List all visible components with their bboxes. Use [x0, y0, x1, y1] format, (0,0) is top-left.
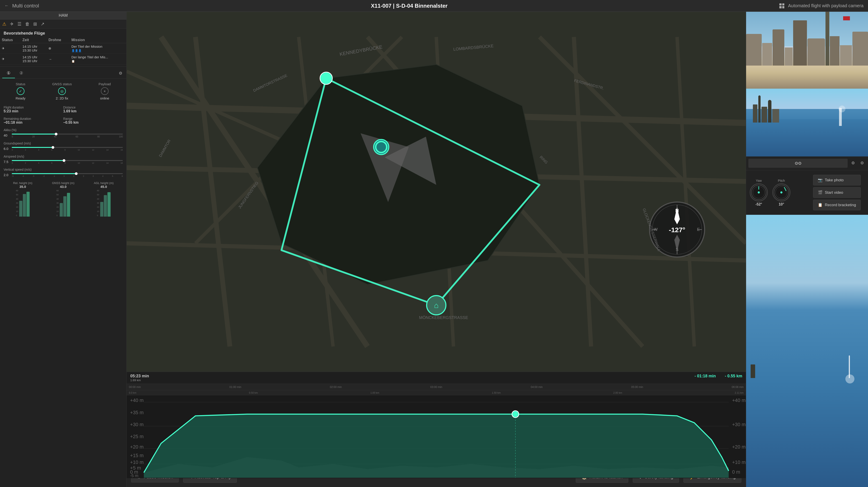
flight2-drone: →: [49, 57, 52, 61]
flight-row-2[interactable]: ✈ 14:15 Uhr15:30 Uhr → Der lange Titel d…: [0, 54, 126, 64]
record-bracketing-button[interactable]: 📋 Record bracketing: [813, 200, 861, 210]
yaw-dial[interactable]: [750, 183, 768, 201]
agl-height-value: 45.0: [100, 185, 107, 189]
airspeed-value: 7.5: [4, 160, 10, 164]
camera-label: Automated flight with payload camera: [788, 3, 864, 8]
tick-3: 03:00 min: [430, 386, 442, 389]
distance: Distance 1.69 km: [63, 104, 123, 115]
svg-point-71: [757, 191, 760, 193]
back-button[interactable]: ←: [4, 3, 9, 8]
flight2-icons: 📋: [71, 60, 75, 63]
rel-height: Rel. height (m) 35.0 6050403020100: [4, 181, 42, 217]
tab-gear[interactable]: ⚙: [117, 69, 124, 77]
camera-feed-top: [746, 12, 868, 89]
yaw-value: -52°: [755, 202, 762, 206]
svg-text:+35 m: +35 m: [130, 410, 144, 415]
top-bar-right: Automated flight with payload camera: [779, 3, 864, 8]
airspeed-scale: 0246810121416: [12, 162, 123, 164]
flight2-mission: Der lange Titel der Mis...: [71, 55, 108, 59]
airspeed-track[interactable]: [12, 160, 123, 161]
remaining-duration-value: −01:18 min: [4, 121, 63, 125]
start-video-button[interactable]: 🎬 Start video: [813, 187, 861, 198]
rel-height-label: Rel. height (m): [13, 181, 32, 185]
dist-tick-4: 2.00 km: [613, 391, 622, 394]
status-ready: Status ✓ Ready: [16, 82, 25, 100]
dist-tick-1: 0.50 km: [249, 391, 258, 394]
range: Range −0.55 km: [63, 115, 123, 126]
svg-marker-65: [144, 414, 729, 478]
timeline-distance-value: 1.69 km: [130, 379, 149, 382]
col-zeit: Zeit: [21, 37, 46, 43]
dist-tick-3: 1.50 km: [492, 391, 501, 394]
flight2-time1: 14:15 Uhr: [22, 55, 45, 59]
gnss-value: 2: 2D fix: [56, 96, 68, 100]
timeline-duration: 05:23 min 1.69 km: [130, 374, 149, 382]
svg-text:S: S: [676, 247, 679, 252]
svg-text:MÖNCKEBERGSTRASSE: MÖNCKEBERGSTRASSE: [419, 315, 468, 320]
gnss-height-label: GNSS height (m): [52, 181, 74, 185]
height-section: Rel. height (m) 35.0 6050403020100 GN: [0, 179, 126, 219]
svg-text:+20 m: +20 m: [732, 444, 746, 450]
map-svg: ⌂ N: [127, 12, 746, 372]
dist-tick-2: 1.00 km: [370, 391, 379, 394]
share-icon[interactable]: ↗: [41, 21, 44, 27]
gimbal-controls: Yaw -52° Pitch: [746, 170, 868, 215]
pitch-dial[interactable]: [772, 183, 790, 201]
groundspeed-scale: 0246810121416: [12, 149, 123, 151]
pitch-control: Pitch 10°: [772, 179, 790, 206]
status-icon: ✓: [17, 87, 24, 95]
record-bracketing-label: Record bracketing: [825, 203, 856, 207]
remaining-time-value: - 01:18 min: [694, 374, 716, 379]
svg-text:+10 m: +10 m: [130, 460, 144, 465]
map-container[interactable]: ⌂ N: [127, 12, 746, 372]
battery-track[interactable]: [12, 134, 123, 134]
cam-tab-vr[interactable]: ⊙⊙: [748, 159, 848, 168]
flight1-drone: ⊕: [49, 46, 51, 50]
tick-6: 06:08 min: [732, 386, 744, 389]
vertical-speed-track[interactable]: [12, 173, 123, 174]
svg-text:+40 m: +40 m: [732, 398, 746, 403]
tab-2[interactable]: ②: [15, 68, 28, 78]
payload-icon: ●: [101, 87, 108, 95]
dist-tick-5: 2.11 km: [735, 391, 744, 394]
svg-text:⌂: ⌂: [434, 301, 438, 310]
gnss-status: GNSS status ◎ 2: 2D fix: [52, 82, 72, 100]
battery-value: 40: [4, 133, 10, 137]
groundspeed-track[interactable]: [12, 147, 123, 148]
flight1-mission: Der Titel der Mission: [71, 44, 102, 48]
top-bar: ← Multi control X11-007 | S-D-04 Binnena…: [0, 0, 868, 12]
distance-label: Distance: [63, 106, 123, 109]
remaining-duration: Remaining duration −01:18 min: [4, 115, 63, 126]
take-photo-button[interactable]: 📷 Take photo: [813, 175, 861, 185]
flight2-status: ✈: [2, 57, 5, 61]
svg-point-21: [376, 141, 387, 153]
range-label: Range: [63, 117, 123, 121]
tab-1[interactable]: ①: [2, 68, 15, 78]
warning-icon[interactable]: ⚠: [2, 21, 6, 27]
col-status: Status: [0, 37, 21, 43]
flights-table: Status Zeit Drohne Mission ✈ 14:15 Uhr15…: [0, 37, 126, 64]
svg-point-18: [320, 72, 333, 85]
ham-label: HAM: [0, 12, 126, 20]
flight-row-1[interactable]: ✈ 14:15 Uhr15:30 Uhr ⊕ Der Titel der Mis…: [0, 43, 126, 54]
svg-text:-5 m: -5 m: [130, 473, 138, 478]
tick-0: 00:00 min: [129, 386, 141, 389]
cam-settings-1[interactable]: ⚙: [849, 159, 857, 168]
checklist-icon[interactable]: ☰: [18, 21, 22, 27]
flight-icon[interactable]: ✈: [10, 21, 14, 27]
pitch-value: 10°: [779, 202, 784, 206]
gnss-label: GNSS status: [52, 82, 72, 86]
flight2-time2: 15:30 Uhr: [22, 59, 45, 63]
tick-4: 04:00 min: [531, 386, 543, 389]
grid-icon[interactable]: [779, 3, 784, 8]
grid-view-icon[interactable]: ⊞: [33, 21, 37, 27]
yaw-control: Yaw -52°: [750, 179, 768, 206]
range-value: −0.55 km: [63, 121, 123, 125]
vertical-speed-value: 2.0: [4, 173, 10, 177]
tick-1: 01:00 min: [229, 386, 241, 389]
center-title: X11-007 | S-D-04 Binnenalster: [39, 3, 780, 9]
status-label: Status: [16, 82, 26, 86]
bracketing-icon: 📋: [818, 202, 823, 207]
delete-icon[interactable]: 🗑: [25, 22, 30, 27]
cam-settings-2[interactable]: ⚙: [859, 159, 866, 168]
